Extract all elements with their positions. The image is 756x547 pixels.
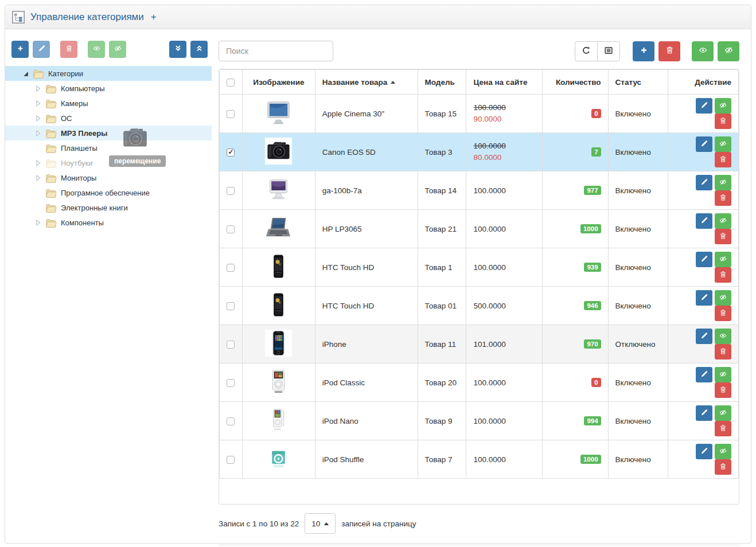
edit-product-button[interactable]	[696, 136, 712, 152]
delete-product-button[interactable]	[715, 421, 731, 436]
tree-node[interactable]: MP3 Плееры	[5, 126, 212, 140]
tree-node-root[interactable]: Категории	[5, 66, 212, 81]
tree-node[interactable]: Мониторы	[5, 170, 212, 185]
delete-product-button[interactable]	[715, 114, 731, 129]
edit-product-button[interactable]	[696, 367, 712, 382]
add-category-button[interactable]	[11, 41, 29, 58]
add-product-button[interactable]	[633, 41, 654, 61]
tree-node[interactable]: Компоненты	[5, 215, 212, 230]
hide-product-button[interactable]	[718, 41, 739, 61]
tree-node[interactable]: Планшеты	[5, 140, 212, 155]
page-size-select[interactable]: 10	[305, 513, 336, 534]
edit-category-button[interactable]	[33, 41, 50, 58]
search-input[interactable]	[219, 41, 333, 61]
edit-product-button[interactable]	[696, 329, 712, 344]
show-product-button[interactable]	[692, 41, 714, 61]
row-checkbox[interactable]	[227, 341, 235, 349]
edit-product-button[interactable]	[696, 444, 712, 459]
tree-node[interactable]: Ноутбуки	[5, 155, 212, 170]
toggle-product-visibility-button[interactable]	[715, 405, 731, 421]
toggle-product-visibility-button[interactable]	[715, 98, 731, 114]
select-all-checkbox[interactable]	[227, 79, 235, 87]
collapse-all-button[interactable]	[190, 41, 208, 58]
edit-product-button[interactable]	[696, 252, 712, 267]
tree-node[interactable]: Компьютеры	[5, 81, 212, 96]
table-row[interactable]: Canon EOS 5DТовар 3100.000080.00007Включ…	[220, 133, 739, 171]
caret-closed-icon[interactable]	[34, 129, 42, 138]
delete-category-button[interactable]	[60, 41, 77, 58]
column-header[interactable]: Цена на сайте	[466, 70, 542, 95]
delete-product-button[interactable]	[715, 344, 731, 360]
tree-node-label[interactable]: Камеры	[61, 99, 88, 108]
table-row[interactable]: iPod ClassicТовар 20100.00000Включено	[220, 364, 739, 402]
tree-node-label[interactable]: ОС	[61, 114, 72, 123]
table-row[interactable]: ga-100b-7aТовар 14100.0000977Включено	[220, 171, 739, 210]
toggle-product-visibility-button[interactable]	[715, 329, 731, 344]
column-header[interactable]: Изображение	[242, 70, 315, 95]
delete-product-button[interactable]	[715, 306, 731, 321]
tree-node[interactable]: Камеры	[5, 96, 212, 111]
row-checkbox[interactable]	[227, 149, 235, 157]
row-checkbox[interactable]	[227, 302, 235, 310]
table-row[interactable]: HTC Touch HDТовар 1100.0000939Включено	[220, 248, 739, 287]
table-row[interactable]: iPhoneТовар 11101.0000970Отключено	[220, 325, 739, 364]
tree-node[interactable]: ОС	[5, 111, 212, 126]
tree-node-label[interactable]: Планшеты	[61, 144, 98, 153]
caret-closed-icon[interactable]	[34, 84, 42, 93]
show-category-button[interactable]	[88, 41, 105, 58]
caret-closed-icon[interactable]	[34, 159, 42, 167]
tree-node[interactable]: Электронные книги	[5, 200, 212, 215]
column-header[interactable]: Название товара	[315, 70, 418, 95]
table-row[interactable]: HTC Touch HDТовар 01500.0000946Включено	[220, 287, 739, 325]
toggle-product-visibility-button[interactable]	[715, 290, 731, 306]
tree-node-label[interactable]: Компоненты	[61, 218, 104, 227]
hide-category-button[interactable]	[109, 41, 126, 58]
tree-node-label[interactable]: Электронные книги	[61, 204, 128, 212]
row-checkbox[interactable]	[227, 379, 235, 387]
tree-node-label[interactable]: Категории	[48, 69, 83, 78]
caret-closed-icon[interactable]	[34, 114, 42, 123]
row-checkbox[interactable]	[227, 110, 235, 118]
table-row[interactable]: iPod ShuffleТовар 7100.00001000Включено	[220, 440, 739, 479]
column-header[interactable]: Статус	[608, 70, 668, 95]
row-checkbox[interactable]	[227, 187, 235, 195]
caret-closed-icon[interactable]	[34, 174, 42, 182]
caret-closed-icon[interactable]	[34, 99, 42, 108]
edit-product-button[interactable]	[696, 175, 712, 190]
toggle-product-visibility-button[interactable]	[715, 367, 731, 382]
row-checkbox[interactable]	[227, 456, 235, 464]
table-row[interactable]: iPod NanoТовар 9100.0000994Включено	[220, 402, 739, 440]
tree-node-label[interactable]: MP3 Плееры	[61, 129, 107, 138]
toggle-product-visibility-button[interactable]	[715, 444, 731, 459]
delete-product-button[interactable]	[715, 459, 731, 475]
row-checkbox[interactable]	[227, 225, 235, 233]
table-row[interactable]: HP LP3065Товар 21100.00001000Включено	[220, 210, 739, 248]
tree-node[interactable]: Програмное обеспечение	[5, 185, 212, 200]
column-header[interactable]: Модель	[418, 70, 466, 95]
expand-all-button[interactable]	[169, 41, 186, 58]
caret-closed-icon[interactable]	[34, 218, 42, 227]
table-row[interactable]: Apple Cinema 30"Товар 15100.000090.00000…	[220, 95, 739, 133]
caret-open-icon[interactable]	[21, 69, 30, 78]
toggle-product-visibility-button[interactable]	[715, 136, 731, 152]
tree-node-label[interactable]: Компьютеры	[61, 84, 105, 93]
edit-product-button[interactable]	[696, 213, 712, 229]
delete-product-button[interactable]	[715, 382, 731, 398]
row-checkbox[interactable]	[227, 264, 235, 272]
columns-button[interactable]	[597, 41, 620, 61]
column-header[interactable]: Действие	[668, 70, 739, 95]
tree-node-label[interactable]: Програмное обеспечение	[61, 189, 150, 197]
delete-product-button[interactable]	[715, 267, 731, 283]
delete-product-button[interactable]	[715, 229, 731, 244]
delete-product-button[interactable]	[715, 152, 731, 167]
column-header[interactable]: Количество	[542, 70, 608, 95]
refresh-button[interactable]	[575, 41, 598, 61]
delete-product-button[interactable]	[658, 41, 680, 61]
edit-product-button[interactable]	[696, 290, 712, 306]
toggle-product-visibility-button[interactable]	[715, 175, 731, 190]
edit-product-button[interactable]	[696, 405, 712, 421]
row-checkbox[interactable]	[227, 417, 235, 425]
tree-node-label[interactable]: Ноутбуки	[61, 159, 93, 167]
delete-product-button[interactable]	[715, 190, 731, 206]
toggle-product-visibility-button[interactable]	[715, 213, 731, 229]
